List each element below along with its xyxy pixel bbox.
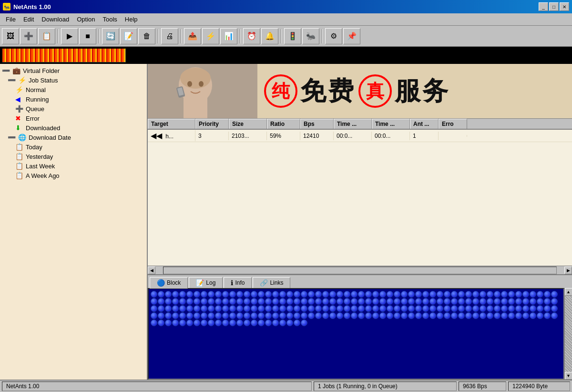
toolbar-btn-traffic[interactable]: 🚦 (284, 28, 301, 44)
block-cell (158, 298, 164, 305)
col-header-time2[interactable]: Time ... (372, 119, 410, 129)
block-cell (494, 305, 500, 312)
menu-edit[interactable]: Edit (20, 15, 38, 24)
block-cell (394, 305, 400, 312)
col-header-bps[interactable]: Bps (300, 119, 334, 129)
block-cell (408, 305, 415, 312)
menu-download[interactable]: Download (38, 15, 73, 24)
tree-root-label: Virtual Folder (23, 67, 60, 74)
col-header-time1[interactable]: Time ... (334, 119, 372, 129)
cell-size: 2103... (229, 132, 267, 140)
tree-error[interactable]: ✖ Error (0, 113, 147, 123)
block-cell (265, 291, 272, 298)
block-cell (337, 291, 343, 298)
block-cell (422, 291, 429, 298)
block-cell (286, 312, 293, 319)
block-cell (508, 298, 515, 305)
title-bar-left: 🐜 NetAnts 1.00 (3, 3, 51, 10)
toolbar-btn-stop[interactable]: ■ (79, 28, 96, 44)
block-cell (265, 305, 272, 312)
scroll-right-arrow[interactable]: ▶ (564, 267, 572, 274)
block-cell (415, 312, 422, 319)
last-week-icon: 📋 (15, 162, 24, 170)
col-header-priority[interactable]: Priority (195, 119, 229, 129)
tree-normal[interactable]: ⚡ Normal (0, 85, 147, 94)
tree-download-date[interactable]: ➖ 🌐 Download Date (0, 133, 147, 142)
download-table-area: Target Priority Size Ratio Bps Time ... … (148, 119, 572, 275)
toolbar-btn-pin[interactable]: 📌 (343, 28, 360, 44)
toolbar-btn-ant[interactable]: 🐜 (302, 28, 319, 44)
block-cell (337, 298, 343, 305)
block-cell (437, 312, 443, 319)
toolbar-btn-speed[interactable]: ⚡ (202, 28, 219, 44)
folder-icon: 💼 (12, 67, 21, 74)
tree-today-label: Today (26, 144, 42, 151)
toolbar-btn-schedule[interactable]: ⏰ (243, 28, 260, 44)
tree-downloaded[interactable]: ⬇ Downloaded (0, 123, 147, 133)
block-cell (158, 291, 164, 298)
scroll-up-arrow[interactable]: ▲ (565, 288, 572, 296)
table-row[interactable]: ◀◀ h... 3 2103... 59% 12410 00:0... 00:0… (148, 130, 572, 142)
tab-info[interactable]: ℹ Info (224, 277, 252, 288)
block-cell (494, 312, 500, 319)
col-header-ratio[interactable]: Ratio (267, 119, 300, 129)
minimize-button[interactable]: _ (539, 2, 548, 11)
tree-today[interactable]: 📋 Today (0, 142, 147, 152)
tree-running[interactable]: ◀ Running (0, 94, 147, 104)
block-cell (251, 298, 257, 305)
block-cell (537, 298, 543, 305)
tab-block[interactable]: 🔵 Block (150, 277, 188, 289)
scroll-track[interactable] (163, 267, 557, 274)
menu-tools[interactable]: Tools (99, 15, 121, 24)
maximize-button[interactable]: □ (549, 2, 559, 11)
tree-root[interactable]: ➖ 💼 Virtual Folder (0, 66, 147, 75)
toolbar-btn-refresh[interactable]: 🔄 (102, 28, 119, 44)
block-cell (272, 320, 279, 326)
tree-yesterday[interactable]: 📋 Yesterday (0, 152, 147, 161)
col-header-ant[interactable]: Ant ... (410, 119, 439, 129)
close-button[interactable]: ✕ (560, 2, 569, 11)
tree-running-label: Running (26, 96, 49, 103)
block-cell (265, 298, 272, 305)
block-cell (472, 305, 479, 312)
scroll-down-arrow[interactable]: ▼ (565, 372, 572, 380)
block-cell (508, 305, 515, 312)
block-cell (401, 312, 408, 319)
yesterday-icon: 📋 (15, 153, 24, 160)
status-bps: 9636 Bps (459, 382, 506, 391)
toolbar-btn-play[interactable]: ▶ (61, 28, 78, 44)
toolbar-btn-settings[interactable]: ⚙ (325, 28, 342, 44)
col-header-target[interactable]: Target (148, 119, 195, 129)
toolbar-btn-chart[interactable]: 📊 (220, 28, 237, 44)
toolbar-btn-print[interactable]: 🖨 (161, 28, 178, 44)
block-cell (294, 320, 300, 326)
menu-help[interactable]: Help (121, 15, 142, 24)
tree-queue[interactable]: ➕ Queue (0, 104, 147, 113)
toolbar-btn-copy[interactable]: 📋 (38, 28, 55, 44)
tree-last-week[interactable]: 📋 Last Week (0, 161, 147, 171)
col-header-err[interactable]: Erro (439, 119, 467, 129)
block-cell (537, 312, 543, 319)
block-cell (429, 298, 436, 305)
col-header-size[interactable]: Size (229, 119, 267, 129)
tab-links[interactable]: 🔗 Links (253, 277, 290, 288)
menu-option[interactable]: Option (73, 15, 99, 24)
scroll-v-track[interactable] (565, 296, 572, 372)
tree-downloaded-label: Downloaded (26, 124, 60, 132)
tree-job-status[interactable]: ➖ ⚡ Job Status (0, 75, 147, 85)
tab-log[interactable]: 📝 Log (189, 277, 223, 288)
block-cell (415, 305, 422, 312)
toolbar-btn-export[interactable]: 📤 (184, 28, 201, 44)
toolbar-btn-edit[interactable]: 📝 (120, 28, 137, 44)
scroll-left-arrow[interactable]: ◀ (148, 267, 155, 274)
toolbar-btn-notify[interactable]: 🔔 (261, 28, 278, 44)
menu-file[interactable]: File (2, 15, 20, 24)
toolbar-sep-5 (240, 29, 241, 43)
block-cell (458, 305, 465, 312)
toolbar-btn-new[interactable]: 🖼 (2, 28, 19, 44)
block-cell (308, 312, 315, 319)
tree-week-ago[interactable]: 📋 A Week Ago (0, 171, 147, 180)
toolbar-btn-add[interactable]: ➕ (20, 28, 37, 44)
block-cell (344, 291, 350, 298)
toolbar-btn-delete[interactable]: 🗑 (138, 28, 155, 44)
